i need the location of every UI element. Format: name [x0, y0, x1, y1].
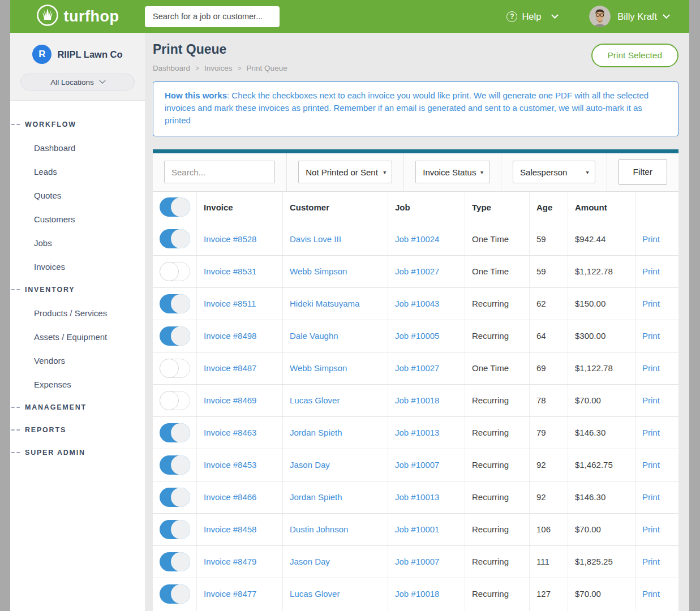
- invoice-link[interactable]: Invoice #8531: [197, 256, 283, 287]
- customer-link[interactable]: Jason Day: [283, 546, 388, 578]
- job-link[interactable]: Job #10007: [388, 449, 465, 481]
- invoice-link[interactable]: Invoice #8528: [197, 223, 283, 255]
- print-link[interactable]: Print: [635, 514, 678, 545]
- user-avatar[interactable]: [589, 6, 611, 27]
- print-link[interactable]: Print: [635, 417, 678, 449]
- sidebar-item-customers[interactable]: Customers: [10, 207, 145, 231]
- customer-link[interactable]: Webb Simpson: [283, 256, 388, 287]
- job-link[interactable]: Job #10005: [388, 320, 465, 352]
- table-search-input[interactable]: [164, 161, 275, 183]
- sidebar-item-leads[interactable]: Leads: [10, 160, 145, 183]
- customer-link[interactable]: Dustin Johnson: [283, 514, 388, 545]
- customer-link[interactable]: Hideki Matsuyama: [283, 288, 388, 320]
- customer-link[interactable]: Jordan Spieth: [283, 481, 388, 513]
- invoice-link[interactable]: Invoice #8466: [197, 481, 283, 513]
- job-link[interactable]: Job #10007: [388, 546, 465, 578]
- print-link[interactable]: Print: [635, 449, 678, 481]
- breadcrumb-item[interactable]: Invoices: [204, 64, 233, 72]
- print-link[interactable]: Print: [635, 320, 678, 352]
- user-chevron-down-icon[interactable]: [663, 11, 670, 19]
- invoice-link[interactable]: Invoice #8498: [197, 320, 283, 352]
- print-link[interactable]: Print: [635, 256, 678, 287]
- print-link[interactable]: Print: [635, 352, 678, 384]
- sidebar-item-quotes[interactable]: Quotes: [10, 183, 145, 207]
- help-menu[interactable]: ? Help: [506, 11, 557, 22]
- row-toggle[interactable]: [160, 552, 190, 571]
- print-link[interactable]: Print: [635, 385, 678, 416]
- sidebar-section-header[interactable]: MANAGEMENT: [10, 396, 145, 419]
- row-toggle[interactable]: [160, 488, 190, 507]
- how-this-works-title: How this works: [165, 91, 227, 100]
- customer-link[interactable]: Dale Vaughn: [283, 320, 388, 352]
- breadcrumb-separator: >: [195, 64, 199, 72]
- row-toggle[interactable]: [160, 262, 190, 281]
- job-link[interactable]: Job #10018: [388, 385, 465, 416]
- invoice-link[interactable]: Invoice #8469: [197, 385, 283, 416]
- printed-status-value: Not Printed or Sent: [306, 167, 378, 177]
- sidebar-item-jobs[interactable]: Jobs: [10, 231, 145, 255]
- customer-link[interactable]: Webb Simpson: [283, 352, 388, 384]
- job-link[interactable]: Job #10018: [388, 578, 465, 610]
- invoice-status-select[interactable]: Invoice Status ▾: [415, 161, 489, 183]
- job-link[interactable]: Job #10043: [388, 288, 465, 320]
- customer-link[interactable]: Davis Love III: [283, 223, 388, 255]
- print-link[interactable]: Print: [635, 578, 678, 610]
- invoice-link[interactable]: Invoice #8477: [197, 578, 283, 610]
- invoice-link[interactable]: Invoice #8458: [197, 514, 283, 545]
- sidebar-item-products-services[interactable]: Products / Services: [10, 301, 145, 325]
- sidebar-item-assets-equipment[interactable]: Assets / Equipment: [10, 325, 145, 348]
- job-link[interactable]: Job #10024: [388, 223, 465, 255]
- sidebar-section-header[interactable]: WORKFLOW: [10, 113, 145, 136]
- row-toggle[interactable]: [160, 423, 190, 442]
- row-toggle[interactable]: [160, 229, 190, 248]
- print-selected-button[interactable]: Print Selected: [591, 44, 679, 67]
- row-toggle[interactable]: [160, 294, 190, 313]
- select-all-toggle[interactable]: [160, 197, 190, 217]
- customer-link[interactable]: Lucas Glover: [283, 385, 388, 416]
- printed-status-select[interactable]: Not Printed or Sent ▾: [298, 161, 392, 183]
- brand-logo[interactable]: turfhop: [10, 4, 145, 29]
- job-link[interactable]: Job #10013: [388, 417, 465, 449]
- sidebar-section-header[interactable]: INVENTORY: [10, 278, 145, 301]
- row-toggle[interactable]: [160, 359, 190, 378]
- sidebar-item-dashboard[interactable]: Dashboard: [10, 136, 145, 160]
- sidebar-item-invoices[interactable]: Invoices: [10, 255, 145, 278]
- help-label: Help: [522, 11, 541, 22]
- row-toggle[interactable]: [160, 455, 190, 475]
- invoice-amount: $70.00: [568, 578, 635, 610]
- sidebar-item-vendors[interactable]: Vendors: [10, 348, 145, 372]
- print-link[interactable]: Print: [635, 223, 678, 255]
- job-link[interactable]: Job #10013: [388, 481, 465, 513]
- row-toggle[interactable]: [160, 391, 190, 410]
- job-link[interactable]: Job #10027: [388, 256, 465, 287]
- table-row: Invoice #8479 Jason Day Job #10007 Recur…: [153, 545, 678, 578]
- invoice-link[interactable]: Invoice #8511: [197, 288, 283, 320]
- sidebar-section-header[interactable]: SUPER ADMIN: [10, 441, 145, 464]
- print-link[interactable]: Print: [635, 288, 678, 320]
- job-link[interactable]: Job #10027: [388, 352, 465, 384]
- invoice-amount: $300.00: [568, 320, 635, 352]
- customer-link[interactable]: Jason Day: [283, 449, 388, 481]
- breadcrumb-item[interactable]: Dashboard: [153, 64, 190, 72]
- row-toggle[interactable]: [160, 584, 190, 604]
- card-accent-bar: [153, 149, 678, 153]
- location-selector[interactable]: All Locations: [20, 74, 135, 91]
- job-link[interactable]: Job #10001: [388, 514, 465, 545]
- invoice-link[interactable]: Invoice #8479: [197, 546, 283, 578]
- row-toggle[interactable]: [160, 520, 190, 539]
- filter-button[interactable]: Filter: [619, 159, 667, 185]
- invoice-amount: $1,825.25: [568, 546, 635, 578]
- user-name[interactable]: Billy Kraft: [617, 11, 657, 22]
- print-link[interactable]: Print: [635, 481, 678, 513]
- customer-link[interactable]: Lucas Glover: [283, 578, 388, 610]
- sidebar-item-expenses[interactable]: Expenses: [10, 372, 145, 396]
- row-toggle[interactable]: [160, 326, 190, 346]
- sidebar-section-header[interactable]: REPORTS: [10, 419, 145, 441]
- print-link[interactable]: Print: [635, 546, 678, 578]
- invoice-link[interactable]: Invoice #8463: [197, 417, 283, 449]
- invoice-link[interactable]: Invoice #8453: [197, 449, 283, 481]
- salesperson-select[interactable]: Salesperson ▾: [513, 161, 595, 183]
- global-search-input[interactable]: [145, 6, 280, 27]
- customer-link[interactable]: Jordan Spieth: [283, 417, 388, 449]
- invoice-link[interactable]: Invoice #8487: [197, 352, 283, 384]
